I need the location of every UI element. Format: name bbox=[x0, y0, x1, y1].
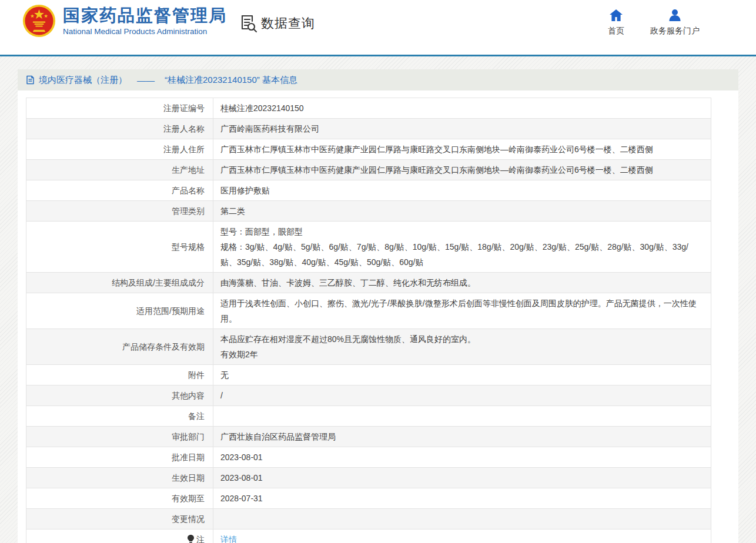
row-label: 型号规格 bbox=[26, 222, 213, 273]
detail-link[interactable]: 详情 bbox=[220, 535, 237, 543]
breadcrumb-category: 境内医疗器械（注册） bbox=[39, 75, 127, 86]
row-label: 生效日期 bbox=[26, 468, 213, 488]
header-accent-line bbox=[0, 55, 756, 56]
bulb-icon bbox=[187, 533, 195, 542]
table-row: 其他内容/ bbox=[26, 386, 711, 406]
row-value bbox=[213, 509, 711, 529]
table-row: 注详情 bbox=[26, 529, 711, 543]
row-value: 广西岭南医药科技有限公司 bbox=[213, 119, 711, 139]
nav-gov-portal-label: 政务服务门户 bbox=[650, 26, 700, 36]
table-row: 备注 bbox=[26, 406, 711, 427]
table-row: 生效日期2023-08-01 bbox=[26, 468, 711, 488]
row-label: 备注 bbox=[26, 406, 213, 427]
nmpa-logo[interactable]: 国家药品监督管理局 National Medical Products Admi… bbox=[22, 4, 227, 38]
data-query-section[interactable]: 数据查询 bbox=[238, 14, 315, 33]
table-row: 变更情况 bbox=[26, 509, 711, 529]
row-value: 广西玉林市仁厚镇玉林市中医药健康产业园仁厚路与康旺路交叉口东南侧地块—岭南御泰药… bbox=[213, 139, 711, 160]
row-value: 本品应贮存在相对湿度不超过80%且无腐蚀性物质、通风良好的室内。 有效期2年 bbox=[213, 329, 711, 365]
row-value: 适用于浅表性创面、小创口、擦伤、激光/光子/果酸换肤/微整形术后创面等非慢性创面… bbox=[213, 293, 711, 329]
row-value: 详情 bbox=[213, 529, 711, 543]
row-value: 桂械注准20232140150 bbox=[213, 98, 711, 119]
row-label: 注册人住所 bbox=[26, 139, 213, 160]
row-label: 有效期至 bbox=[26, 488, 213, 509]
table-row: 批准日期2023-08-01 bbox=[26, 447, 711, 468]
row-label: 结构及组成/主要组成成分 bbox=[26, 273, 213, 293]
row-value bbox=[213, 406, 711, 427]
table-row: 注册人名称广西岭南医药科技有限公司 bbox=[26, 119, 711, 139]
row-value: 由海藻糖、甘油、卡波姆、三乙醇胺、丁二醇、纯化水和无纺布组成。 bbox=[213, 273, 711, 293]
row-label: 产品名称 bbox=[26, 180, 213, 201]
row-value: 第二类 bbox=[213, 201, 711, 222]
breadcrumb: 境内医疗器械（注册） —— “桂械注准20232140150” 基本信息 bbox=[18, 69, 738, 90]
row-value: 2023-08-01 bbox=[213, 468, 711, 488]
breadcrumb-separator: —— bbox=[137, 75, 155, 85]
row-label: 管理类别 bbox=[26, 201, 213, 222]
row-value: / bbox=[213, 386, 711, 406]
row-value: 医用修护敷贴 bbox=[213, 180, 711, 201]
document-search-icon bbox=[238, 14, 258, 33]
table-row: 适用范围/预期用途适用于浅表性创面、小创口、擦伤、激光/光子/果酸换肤/微整形术… bbox=[26, 293, 711, 329]
row-label: 注册证编号 bbox=[26, 98, 213, 119]
row-label: 注册人名称 bbox=[26, 119, 213, 139]
data-query-label: 数据查询 bbox=[261, 15, 315, 32]
row-value: 广西壮族自治区药品监督管理局 bbox=[213, 427, 711, 447]
nav-home-label: 首页 bbox=[608, 26, 624, 36]
row-label: 审批部门 bbox=[26, 427, 213, 447]
table-row: 注册证编号桂械注准20232140150 bbox=[26, 98, 711, 119]
table-row: 产品储存条件及有效期本品应贮存在相对湿度不超过80%且无腐蚀性物质、通风良好的室… bbox=[26, 329, 711, 365]
row-value: 型号：面部型，眼部型 规格：3g/贴、4g/贴、5g/贴、6g/贴、7g/贴、8… bbox=[213, 222, 711, 273]
row-value: 无 bbox=[213, 365, 711, 386]
home-icon bbox=[609, 9, 623, 22]
user-icon bbox=[668, 9, 682, 22]
page-title: “桂械注准20232140150” 基本信息 bbox=[165, 75, 297, 86]
page-icon bbox=[26, 75, 35, 85]
table-row: 结构及组成/主要组成成分由海藻糖、甘油、卡波姆、三乙醇胺、丁二醇、纯化水和无纺布… bbox=[26, 273, 711, 293]
site-subtitle: National Medical Products Administration bbox=[63, 27, 227, 36]
row-value: 广西玉林市仁厚镇玉林市中医药健康产业园仁厚路与康旺路交叉口东南侧地块—岭南御泰药… bbox=[213, 160, 711, 180]
table-row: 附件无 bbox=[26, 365, 711, 386]
table-row: 审批部门广西壮族自治区药品监督管理局 bbox=[26, 427, 711, 447]
info-table: 注册证编号桂械注准20232140150注册人名称广西岭南医药科技有限公司注册人… bbox=[26, 98, 711, 543]
table-row: 型号规格型号：面部型，眼部型 规格：3g/贴、4g/贴、5g/贴、6g/贴、7g… bbox=[26, 222, 711, 273]
national-emblem-icon bbox=[22, 4, 56, 38]
content-panel: 注册证编号桂械注准20232140150注册人名称广西岭南医药科技有限公司注册人… bbox=[18, 90, 738, 543]
nav-gov-portal[interactable]: 政务服务门户 bbox=[650, 9, 700, 36]
table-row: 有效期至2028-07-31 bbox=[26, 488, 711, 509]
header: 国家药品监督管理局 National Medical Products Admi… bbox=[0, 0, 756, 55]
table-row: 注册人住所广西玉林市仁厚镇玉林市中医药健康产业园仁厚路与康旺路交叉口东南侧地块—… bbox=[26, 139, 711, 160]
info-table-body: 注册证编号桂械注准20232140150注册人名称广西岭南医药科技有限公司注册人… bbox=[26, 98, 711, 543]
row-label: 适用范围/预期用途 bbox=[26, 293, 213, 329]
row-label: 附件 bbox=[26, 365, 213, 386]
table-row: 管理类别第二类 bbox=[26, 201, 711, 222]
row-label: 产品储存条件及有效期 bbox=[26, 329, 213, 365]
nav-home[interactable]: 首页 bbox=[608, 9, 624, 36]
header-nav: 首页 政务服务门户 bbox=[608, 9, 700, 36]
row-value: 2023-08-01 bbox=[213, 447, 711, 468]
table-row: 产品名称医用修护敷贴 bbox=[26, 180, 711, 201]
row-value: 2028-07-31 bbox=[213, 488, 711, 509]
table-row: 生产地址广西玉林市仁厚镇玉林市中医药健康产业园仁厚路与康旺路交叉口东南侧地块—岭… bbox=[26, 160, 711, 180]
site-title: 国家药品监督管理局 bbox=[63, 6, 227, 25]
row-label: 生产地址 bbox=[26, 160, 213, 180]
row-label: 变更情况 bbox=[26, 509, 213, 529]
row-label: 批准日期 bbox=[26, 447, 213, 468]
logo-text: 国家药品监督管理局 National Medical Products Admi… bbox=[63, 6, 227, 35]
row-label: 注 bbox=[26, 529, 213, 543]
row-label: 其他内容 bbox=[26, 386, 213, 406]
